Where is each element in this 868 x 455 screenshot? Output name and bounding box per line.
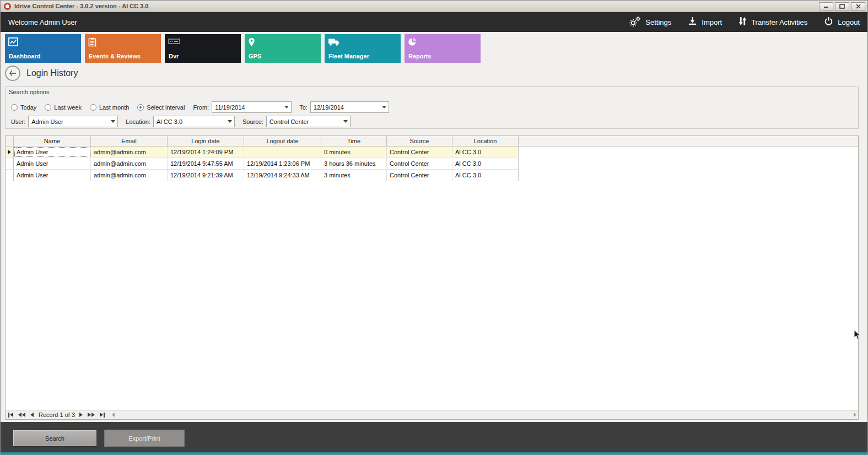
grid-cell[interactable]: Admin User bbox=[14, 158, 91, 169]
source-dropdown-button[interactable] bbox=[341, 116, 350, 127]
radio-select-interval-circle[interactable] bbox=[137, 104, 144, 111]
grid-cell[interactable]: Control Center bbox=[387, 147, 452, 158]
first-record-button[interactable] bbox=[8, 413, 13, 418]
next-page-button[interactable] bbox=[88, 413, 95, 417]
grid-cell[interactable]: 3 minutes bbox=[321, 170, 387, 181]
radio-today[interactable]: Today bbox=[11, 104, 36, 111]
grid-cell[interactable]: 12/19/2014 9:21:39 AM bbox=[168, 170, 244, 181]
nav-tiles: Dashboard Events & Reviews Dvr bbox=[5, 34, 481, 63]
column-header-location[interactable]: Location bbox=[452, 136, 519, 146]
radio-select-interval[interactable]: Select interval bbox=[137, 104, 185, 111]
top-action-bar: Welcome Admin User Settings bbox=[1, 12, 867, 32]
radio-select-interval-label: Select interval bbox=[147, 104, 185, 111]
grid-cell[interactable]: 12/19/2014 9:47:55 AM bbox=[168, 158, 244, 169]
to-date-combo[interactable]: 12/19/2014 bbox=[310, 101, 389, 113]
grid-cell[interactable]: Admin User bbox=[14, 147, 91, 158]
back-button[interactable] bbox=[5, 66, 20, 81]
tile-events-reviews[interactable]: Events & Reviews bbox=[85, 34, 161, 63]
grid-cell[interactable]: Control Center bbox=[387, 158, 452, 169]
grid-cell[interactable]: admin@admin.com bbox=[91, 147, 168, 158]
grid-cell[interactable]: Al CC 3.0 bbox=[452, 170, 519, 181]
user-value: Admin User bbox=[31, 118, 63, 125]
maximize-button[interactable] bbox=[835, 2, 849, 10]
tile-label: Fleet Manager bbox=[328, 53, 369, 59]
tile-gps[interactable]: GPS bbox=[245, 34, 321, 63]
column-header-time[interactable]: Time bbox=[321, 136, 387, 146]
from-date-combo[interactable]: 11/19/2014 bbox=[212, 101, 292, 113]
close-button[interactable] bbox=[851, 2, 865, 10]
column-header-source[interactable]: Source bbox=[387, 136, 452, 146]
export-print-button[interactable]: Export/Print bbox=[104, 430, 185, 447]
settings-button[interactable]: Settings bbox=[629, 16, 671, 29]
source-combo[interactable]: Control Center bbox=[266, 116, 351, 127]
tile-reports[interactable]: Reports bbox=[405, 34, 481, 63]
column-header-email[interactable]: Email bbox=[91, 136, 168, 146]
scroll-left-icon[interactable] bbox=[112, 413, 115, 417]
column-header-name[interactable]: Name bbox=[14, 136, 91, 146]
grid-cell[interactable]: 12/19/2014 1:23:06 PM bbox=[244, 158, 321, 169]
grid-cell[interactable]: Control Center bbox=[387, 170, 452, 181]
back-arrow-icon bbox=[9, 70, 17, 77]
to-date-dropdown-button[interactable] bbox=[380, 102, 389, 112]
transfer-icon bbox=[738, 17, 747, 28]
table-row[interactable]: Admin User admin@admin.com 12/19/2014 9:… bbox=[6, 170, 519, 181]
grid-cell[interactable]: Al CC 3.0 bbox=[452, 147, 519, 158]
power-icon bbox=[824, 17, 833, 28]
horizontal-scrollbar[interactable] bbox=[110, 410, 858, 419]
tile-dvr[interactable]: Dvr bbox=[165, 34, 241, 63]
location-combo[interactable]: Al CC 3.0 bbox=[153, 116, 235, 127]
grid-cell[interactable]: admin@admin.com bbox=[91, 158, 168, 169]
table-row[interactable]: Admin User admin@admin.com 12/19/2014 9:… bbox=[6, 158, 519, 170]
transfer-activities-button[interactable]: Transfer Activities bbox=[738, 17, 807, 28]
row-indicator bbox=[6, 170, 14, 181]
logout-button[interactable]: Logout bbox=[824, 17, 860, 28]
maximize-icon bbox=[839, 4, 845, 9]
prev-page-button[interactable] bbox=[18, 413, 25, 417]
search-options-group: Search options Today Last week Last mont… bbox=[5, 86, 859, 129]
from-date-dropdown-button[interactable] bbox=[282, 102, 291, 112]
radio-last-month[interactable]: Last month bbox=[90, 104, 129, 111]
column-header-login-date[interactable]: Login date bbox=[168, 136, 244, 146]
grid-cell[interactable]: 0 minutes bbox=[321, 147, 387, 158]
tile-fleet-manager[interactable]: Fleet Manager bbox=[325, 34, 401, 63]
radio-last-week-label: Last week bbox=[54, 104, 82, 111]
dvr-icon bbox=[168, 37, 180, 47]
user-dropdown-button[interactable] bbox=[109, 116, 117, 127]
grid-cell[interactable]: 3 hours 36 minutes bbox=[321, 158, 387, 169]
tile-dashboard[interactable]: Dashboard bbox=[5, 34, 81, 63]
record-status: Record 1 of 3 bbox=[39, 411, 75, 418]
radio-today-circle[interactable] bbox=[11, 104, 18, 111]
minimize-button[interactable] bbox=[819, 2, 833, 10]
radio-last-week-circle[interactable] bbox=[45, 104, 51, 111]
to-label: To: bbox=[299, 104, 308, 111]
tile-label: Events & Reviews bbox=[89, 53, 141, 59]
import-label: Import bbox=[702, 18, 722, 26]
welcome-text: Welcome Admin User bbox=[8, 18, 77, 26]
tile-label: Dashboard bbox=[9, 53, 40, 59]
prev-record-button[interactable] bbox=[30, 413, 34, 417]
settings-label: Settings bbox=[645, 18, 671, 26]
grid-cell[interactable]: Admin User bbox=[14, 170, 91, 181]
scroll-right-icon[interactable] bbox=[854, 413, 856, 417]
grid-cell[interactable]: Al CC 3.0 bbox=[452, 158, 519, 169]
from-date-value: 11/19/2014 bbox=[215, 104, 245, 111]
grid-cell[interactable]: 12/19/2014 9:24:33 AM bbox=[244, 170, 321, 181]
search-button[interactable]: Search bbox=[13, 430, 97, 447]
column-header-logout-date[interactable]: Logout date bbox=[244, 136, 321, 146]
table-row[interactable]: Admin User admin@admin.com 12/19/2014 1:… bbox=[6, 147, 519, 158]
next-record-button[interactable] bbox=[79, 413, 83, 417]
bottom-action-bar: Search Export/Print bbox=[1, 422, 867, 453]
radio-last-month-circle[interactable] bbox=[90, 104, 96, 111]
user-combo[interactable]: Admin User bbox=[28, 116, 118, 127]
grid-cell[interactable] bbox=[244, 147, 321, 158]
location-dropdown-button[interactable] bbox=[225, 116, 234, 127]
radio-last-week[interactable]: Last week bbox=[45, 104, 82, 111]
grid-cell[interactable]: admin@admin.com bbox=[91, 170, 168, 181]
grid-header: Name Email Login date Logout date Time S… bbox=[6, 136, 858, 147]
chevron-down-icon bbox=[382, 106, 386, 109]
app-window: Idrive Control Center - 3.0.2 version - … bbox=[0, 0, 868, 455]
import-button[interactable]: Import bbox=[688, 17, 722, 28]
grid-cell[interactable]: 12/19/2014 1:24:09 PM bbox=[168, 147, 244, 158]
last-record-button[interactable] bbox=[100, 413, 105, 418]
chevron-down-icon bbox=[111, 120, 115, 123]
